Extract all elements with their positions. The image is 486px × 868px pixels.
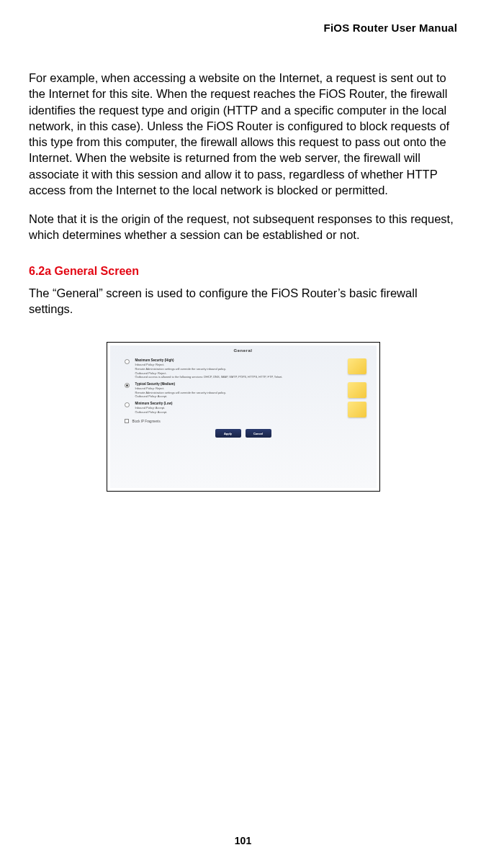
screenshot-title: General: [110, 345, 377, 357]
body-paragraph-3: The “General” screen is used to configur…: [29, 285, 457, 317]
page-header-title: FiOS Router User Manual: [29, 22, 457, 34]
option-heading: Typical Security (Medium): [135, 382, 175, 386]
option-desc: Outbound Policy: Reject.: [135, 371, 167, 375]
option-heading: Maximum Security (High): [135, 358, 174, 362]
apply-button[interactable]: Apply: [215, 429, 241, 438]
radio-max-security[interactable]: [125, 359, 130, 364]
option-desc: Outbound Policy: Accept.: [135, 410, 168, 414]
shield-icon: [348, 382, 366, 398]
embedded-screenshot-frame: General Maximum Security (High) Inbound …: [107, 342, 380, 492]
option-desc: Inbound Policy: Accept.: [135, 406, 166, 410]
security-option-max: Maximum Security (High) Inbound Policy: …: [110, 357, 377, 381]
security-option-min: Minimum Security (Low) Inbound Policy: A…: [110, 400, 377, 415]
shield-icon: [348, 402, 366, 417]
option-desc: Inbound Policy: Reject.: [135, 363, 165, 366]
option-text-max: Maximum Security (High) Inbound Policy: …: [135, 358, 369, 379]
block-ip-fragments-checkbox[interactable]: [125, 419, 129, 423]
radio-typical-security[interactable]: [125, 383, 130, 388]
screenshot-buttons: Apply Cancel: [110, 429, 377, 438]
embedded-screenshot: General Maximum Security (High) Inbound …: [110, 345, 377, 488]
option-desc: Outbound Policy: Accept.: [135, 394, 168, 398]
shield-icon: [348, 358, 366, 374]
radio-min-security[interactable]: [125, 402, 130, 407]
option-desc: Inbound Policy: Reject.: [135, 386, 165, 390]
page-number: 101: [0, 835, 486, 846]
checkbox-label: Block IP Fragments: [132, 420, 161, 423]
option-desc: Remote Administration settings will over…: [135, 391, 226, 394]
option-text-min: Minimum Security (Low) Inbound Policy: A…: [135, 402, 369, 414]
body-paragraph-1: For example, when accessing a website on…: [29, 70, 457, 198]
option-heading: Minimum Security (Low): [135, 402, 173, 405]
section-heading: 6.2a General Screen: [29, 265, 457, 278]
security-option-typical: Typical Security (Medium) Inbound Policy…: [110, 381, 377, 400]
block-ip-fragments-row: Block IP Fragments: [110, 415, 377, 425]
option-text-typical: Typical Security (Medium) Inbound Policy…: [135, 382, 369, 399]
cancel-button[interactable]: Cancel: [246, 429, 271, 438]
body-paragraph-2: Note that it is the origin of the reques…: [29, 211, 457, 243]
option-desc: Outbound access is allowed to the follow…: [135, 375, 283, 379]
option-desc: Remote Administration settings will over…: [135, 367, 226, 371]
document-page: FiOS Router User Manual For example, whe…: [0, 0, 486, 868]
